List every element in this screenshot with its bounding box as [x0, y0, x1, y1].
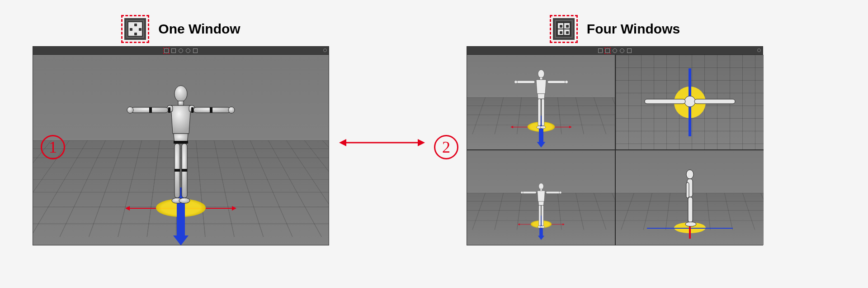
mannequin-character[interactable]	[113, 84, 249, 212]
svg-point-31	[540, 126, 546, 129]
svg-rect-42	[541, 205, 543, 226]
toolbar-option-icon[interactable]	[613, 48, 617, 53]
svg-point-0	[175, 86, 187, 102]
svg-point-35	[538, 183, 543, 190]
svg-rect-1	[178, 101, 184, 106]
svg-point-6	[127, 107, 133, 113]
svg-rect-12	[149, 107, 152, 113]
toolbar-quad-view-icon[interactable]	[171, 48, 176, 53]
mannequin-top[interactable]	[640, 90, 740, 115]
svg-point-7	[228, 107, 235, 113]
svg-rect-37	[522, 192, 536, 194]
toolbar-option-icon[interactable]	[193, 48, 198, 53]
svg-rect-13	[210, 107, 212, 113]
svg-rect-14	[168, 107, 170, 113]
svg-point-48	[685, 222, 696, 226]
toolbar-single-view-icon[interactable]	[598, 48, 603, 53]
viewport-toolbar	[467, 47, 763, 55]
svg-rect-17	[182, 169, 187, 172]
viewport-front[interactable]	[467, 150, 615, 245]
mannequin-side[interactable]	[676, 169, 703, 230]
single-view-icon-callout	[121, 15, 149, 43]
single-view-icon[interactable]	[124, 18, 146, 40]
svg-rect-38	[546, 192, 560, 194]
toolbar-option-icon[interactable]	[186, 48, 190, 53]
toolbar-quad-view-icon[interactable]	[605, 48, 610, 53]
viewport-perspective[interactable]	[467, 55, 615, 149]
toolbar-menu-icon[interactable]	[757, 48, 761, 52]
svg-rect-24	[516, 81, 535, 83]
toolbar-option-icon[interactable]	[627, 48, 632, 53]
svg-rect-25	[547, 81, 566, 83]
svg-marker-21	[418, 139, 425, 146]
svg-point-39	[520, 191, 523, 193]
viewport-side[interactable]	[616, 150, 764, 245]
perspective-viewport[interactable]	[33, 55, 329, 245]
svg-rect-33	[645, 99, 685, 104]
svg-point-45	[686, 170, 693, 179]
svg-rect-49	[686, 182, 689, 198]
step-badge-1-label: 1	[49, 138, 57, 156]
right-panel-title: Four Windows	[587, 21, 680, 37]
svg-rect-23	[540, 77, 542, 80]
left-panel-title: One Window	[158, 21, 240, 37]
svg-rect-16	[175, 169, 180, 172]
mannequin-character[interactable]	[515, 182, 567, 231]
viewport-top[interactable]	[616, 55, 764, 149]
mannequin-character[interactable]	[507, 69, 575, 133]
four-view-icon[interactable]	[553, 18, 575, 40]
svg-rect-28	[538, 99, 541, 126]
svg-point-26	[514, 81, 517, 84]
svg-point-11	[179, 198, 190, 203]
toolbar-single-view-icon[interactable]	[164, 48, 169, 53]
four-view-icon-callout	[550, 15, 578, 43]
svg-rect-29	[542, 99, 544, 126]
svg-rect-34	[694, 99, 735, 104]
step-badge-1: 1	[41, 135, 65, 159]
toolbar-option-icon[interactable]	[620, 48, 624, 53]
svg-rect-41	[538, 205, 541, 226]
step-badge-2-label: 2	[442, 138, 450, 156]
toolbar-menu-icon[interactable]	[323, 48, 327, 52]
svg-rect-15	[191, 107, 193, 113]
svg-marker-20	[339, 139, 346, 146]
svg-rect-47	[688, 197, 693, 222]
bidirectional-arrow-icon	[339, 136, 425, 151]
step-badge-2: 2	[434, 135, 458, 159]
svg-point-32	[684, 96, 695, 107]
toolbar-option-icon[interactable]	[179, 48, 183, 53]
viewport-toolbar	[33, 47, 329, 55]
svg-rect-36	[540, 189, 542, 191]
svg-point-22	[538, 70, 544, 78]
svg-rect-18	[174, 141, 188, 144]
